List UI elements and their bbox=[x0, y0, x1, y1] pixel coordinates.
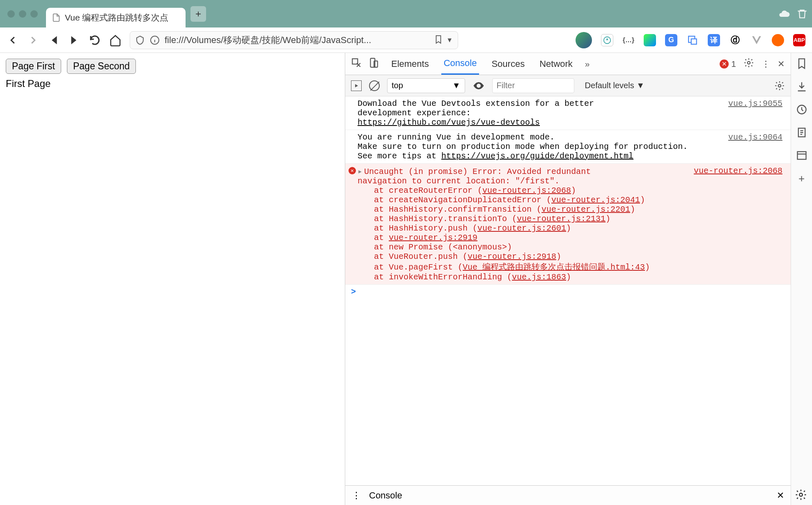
notes-icon[interactable] bbox=[796, 127, 807, 138]
source-link[interactable]: vue-router.js:2041 bbox=[551, 195, 640, 205]
svg-rect-3 bbox=[691, 39, 697, 44]
nav-bar: file:///Volumes/移动硬盘/技能/Web前端/JavaScript… bbox=[0, 27, 812, 53]
devtools-panel: Elements Console Sources Network » ✕ 1 ⋮… bbox=[345, 53, 791, 505]
bookmark-icon[interactable] bbox=[796, 58, 807, 69]
log-source-link[interactable]: vue-router.js:2068 bbox=[694, 166, 782, 176]
home-button[interactable] bbox=[109, 34, 122, 46]
log-message: vue.js:9055 Download the Vue Devtools ex… bbox=[345, 96, 791, 130]
stack-frame: at VueRouter.push (vue-router.js:2918) bbox=[358, 252, 782, 261]
file-icon bbox=[52, 13, 61, 22]
page-heading: First Page bbox=[6, 78, 339, 89]
live-expression-icon[interactable] bbox=[473, 80, 485, 92]
log-source-link[interactable]: vue.js:9064 bbox=[728, 133, 782, 142]
back-button[interactable] bbox=[7, 34, 19, 46]
extension-icon[interactable]: ⓓ bbox=[729, 34, 741, 46]
tab-network[interactable]: Network bbox=[537, 53, 575, 75]
extension-icon[interactable] bbox=[772, 34, 784, 46]
add-icon[interactable]: + bbox=[796, 173, 807, 184]
page-first-button[interactable]: Page First bbox=[6, 59, 61, 74]
tab-bar: Vue 编程式路由跳转多次点 + bbox=[0, 0, 812, 27]
source-link[interactable]: vue-router.js:2201 bbox=[541, 205, 630, 214]
trash-icon[interactable] bbox=[796, 8, 808, 20]
bookmark-icon[interactable] bbox=[434, 35, 443, 46]
deployment-link[interactable]: https://vuejs.org/guide/deployment.html bbox=[441, 151, 633, 161]
log-source-link[interactable]: vue.js:9055 bbox=[728, 99, 782, 108]
translate-extension-icon[interactable]: 译 bbox=[708, 34, 720, 46]
extension-icon[interactable] bbox=[601, 34, 613, 46]
translate-extension-icon[interactable]: G bbox=[665, 34, 677, 46]
source-link[interactable]: vue-router.js:2919 bbox=[389, 233, 477, 242]
new-tab-button[interactable]: + bbox=[190, 6, 206, 22]
rewind-button[interactable] bbox=[48, 34, 60, 46]
clear-console-icon[interactable] bbox=[369, 80, 380, 91]
tab-title: Vue 编程式路由跳转多次点 bbox=[65, 12, 168, 23]
context-select[interactable]: top ▼ bbox=[387, 78, 465, 93]
stack-frame: at new Promise (<anonymous>) bbox=[358, 242, 782, 252]
filter-input[interactable] bbox=[492, 78, 574, 93]
svg-point-8 bbox=[778, 84, 781, 87]
source-link[interactable]: vue-router.js:2601 bbox=[477, 224, 566, 233]
user-avatar[interactable] bbox=[576, 32, 592, 48]
address-bar[interactable]: file:///Volumes/移动硬盘/技能/Web前端/JavaScript… bbox=[130, 31, 458, 49]
browser-tab[interactable]: Vue 编程式路由跳转多次点 bbox=[46, 8, 186, 27]
devtools-link[interactable]: https://github.com/vuejs/vue-devtools bbox=[358, 118, 540, 127]
info-icon[interactable] bbox=[150, 35, 160, 45]
window-controls bbox=[7, 10, 38, 18]
reload-button[interactable] bbox=[89, 34, 101, 46]
settings-icon[interactable] bbox=[795, 489, 807, 501]
right-rail: + bbox=[791, 53, 812, 505]
fast-forward-button[interactable] bbox=[68, 34, 80, 46]
forward-button[interactable] bbox=[27, 34, 39, 46]
source-link[interactable]: vue-router.js:2918 bbox=[468, 252, 556, 261]
kebab-menu-icon[interactable]: ⋮ bbox=[762, 59, 770, 69]
error-icon: ✕ bbox=[720, 59, 729, 69]
url-text: file:///Volumes/移动硬盘/技能/Web前端/JavaScript… bbox=[165, 34, 429, 46]
source-link[interactable]: vue-router.js:2068 bbox=[482, 186, 571, 195]
console-settings-icon[interactable] bbox=[774, 80, 785, 91]
kebab-menu-icon[interactable]: ⋮ bbox=[352, 490, 361, 501]
window-maximize-icon[interactable] bbox=[30, 10, 38, 18]
console-toolbar: top ▼ Default levels ▼ bbox=[345, 75, 791, 96]
tab-sources[interactable]: Sources bbox=[489, 53, 527, 75]
sidebar-toggle-icon[interactable] bbox=[351, 80, 362, 91]
shield-icon[interactable] bbox=[135, 35, 145, 45]
more-tabs-icon[interactable]: » bbox=[585, 59, 590, 69]
error-icon: ✕ bbox=[349, 167, 356, 174]
stack-frame: at HashHistory.confirmTransition (vue-ro… bbox=[358, 205, 782, 214]
download-icon[interactable] bbox=[796, 81, 807, 92]
device-icon[interactable] bbox=[368, 57, 379, 70]
expand-arrow-icon[interactable]: ▸ bbox=[358, 167, 362, 176]
inspect-icon[interactable] bbox=[351, 57, 362, 70]
extension-icon[interactable]: {…} bbox=[622, 34, 635, 46]
log-levels-select[interactable]: Default levels ▼ bbox=[585, 81, 645, 90]
close-drawer-icon[interactable]: ✕ bbox=[777, 490, 784, 501]
window-minimize-icon[interactable] bbox=[19, 10, 26, 18]
extension-icon[interactable] bbox=[644, 34, 656, 46]
devtools-drawer: ⋮ Console ✕ bbox=[345, 485, 791, 505]
adblock-extension-icon[interactable]: ABP bbox=[793, 34, 805, 46]
source-link[interactable]: vue-router.js:2131 bbox=[517, 214, 606, 224]
history-icon[interactable] bbox=[796, 104, 807, 115]
window-close-icon[interactable] bbox=[7, 10, 15, 18]
page-content: Page First Page Second First Page bbox=[0, 53, 345, 505]
extension-icon[interactable] bbox=[686, 34, 699, 46]
stack-frame: at createRouterError (vue-router.js:2068… bbox=[358, 186, 782, 195]
chevron-down-icon: ▼ bbox=[452, 81, 461, 90]
cloud-icon[interactable] bbox=[778, 8, 790, 20]
tab-elements[interactable]: Elements bbox=[389, 53, 431, 75]
tab-console[interactable]: Console bbox=[441, 53, 479, 75]
window-icon[interactable] bbox=[796, 150, 807, 161]
console-prompt[interactable]: > bbox=[345, 285, 791, 299]
stack-frame: at Vue.pageFirst (Vue 编程式路由跳转多次点击报错问题.ht… bbox=[358, 261, 782, 272]
page-second-button[interactable]: Page Second bbox=[67, 59, 136, 74]
stack-frame: at vue-router.js:2919 bbox=[358, 233, 782, 242]
settings-icon[interactable] bbox=[743, 57, 754, 70]
context-value: top bbox=[392, 81, 403, 90]
source-link[interactable]: Vue 编程式路由跳转多次点击报错问题.html:43 bbox=[463, 263, 645, 272]
drawer-tab-console[interactable]: Console bbox=[369, 490, 402, 501]
close-devtools-icon[interactable]: ✕ bbox=[778, 59, 785, 69]
error-count-badge[interactable]: ✕ 1 bbox=[720, 59, 736, 69]
vue-devtools-icon[interactable] bbox=[750, 34, 763, 46]
bookmark-dropdown-icon[interactable]: ▼ bbox=[446, 37, 453, 44]
source-link[interactable]: vue.js:1863 bbox=[512, 272, 566, 282]
